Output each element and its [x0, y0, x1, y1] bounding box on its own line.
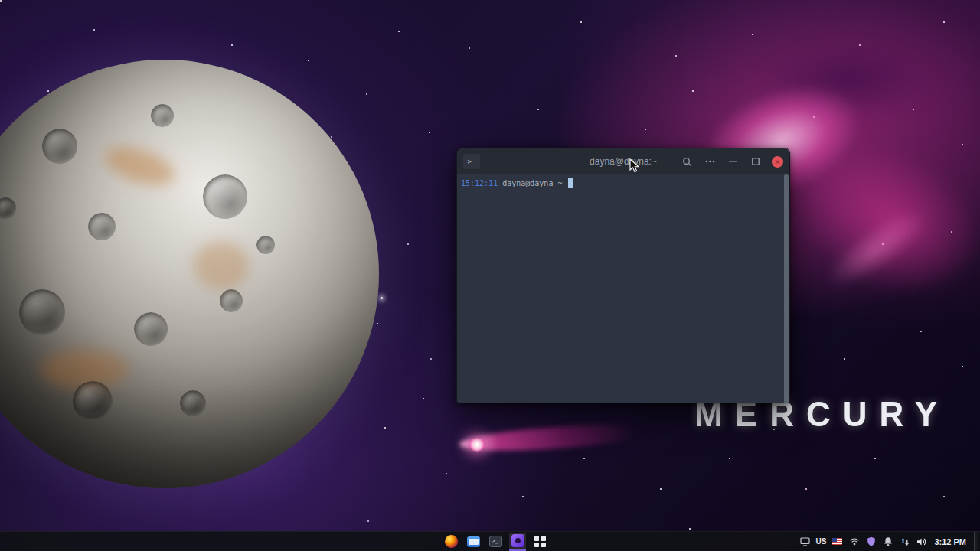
volume-icon[interactable] — [916, 533, 927, 550]
wifi-icon[interactable] — [848, 533, 860, 550]
terminal-window[interactable]: >_ dayna@dayna:~ — [456, 148, 790, 403]
prompt-user-host: dayna@dayna — [502, 179, 553, 187]
keyboard-layout-label: US — [816, 537, 827, 546]
bright-star — [381, 297, 383, 299]
taskbar-apps: >_ — [443, 532, 548, 551]
system-tray: US 3:12 PM — [799, 532, 980, 551]
comet-head — [469, 438, 485, 452]
display-icon[interactable] — [799, 533, 811, 550]
media-player-icon[interactable] — [509, 533, 526, 551]
terminal-prompt: 15:12:11 dayna@dayna ~ — [461, 178, 779, 188]
desktop: MERCURY >_ dayna@dayna:~ — [0, 0, 980, 551]
file-manager-icon[interactable] — [465, 533, 482, 551]
prompt-path: ~ — [557, 179, 562, 187]
app-grid-icon[interactable] — [531, 533, 548, 551]
flag-icon[interactable] — [831, 533, 843, 550]
taskbar: >_ US — [0, 531, 980, 551]
menu-kebab-icon[interactable] — [703, 155, 717, 168]
mouse-cursor — [629, 158, 640, 173]
prompt-time: 15:12:11 — [461, 179, 498, 187]
keyboard-layout-indicator[interactable]: US — [816, 533, 827, 550]
bell-icon[interactable] — [882, 533, 893, 550]
shield-icon[interactable] — [865, 533, 877, 550]
nebula-streak — [795, 181, 958, 317]
taskbar-clock[interactable]: 3:12 PM — [934, 537, 966, 546]
terminal-titlebar[interactable]: >_ dayna@dayna:~ — [457, 148, 789, 174]
nebula-dust — [727, 31, 972, 130]
search-icon[interactable] — [680, 155, 694, 168]
minimize-icon[interactable] — [726, 155, 740, 168]
network-icon[interactable] — [899, 533, 910, 550]
maximize-icon[interactable] — [749, 155, 763, 168]
firefox-icon[interactable] — [443, 533, 459, 551]
terminal-app-icon[interactable]: >_ — [463, 154, 480, 169]
terminal-icon[interactable]: >_ — [487, 533, 504, 551]
terminal-body[interactable]: 15:12:11 dayna@dayna ~ — [457, 174, 789, 403]
terminal-title: dayna@dayna:~ — [590, 156, 657, 167]
mercury-planet — [0, 60, 379, 488]
comet-tail — [459, 420, 651, 455]
show-desktop-button[interactable] — [974, 532, 978, 551]
close-icon[interactable] — [772, 156, 783, 168]
terminal-cursor — [568, 178, 573, 188]
stars — [0, 0, 2, 2]
terminal-scrollbar[interactable] — [784, 174, 789, 403]
